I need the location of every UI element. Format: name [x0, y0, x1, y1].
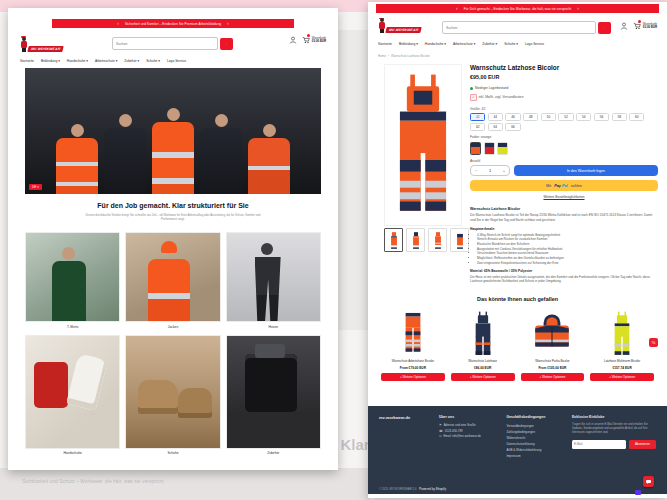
- category-label: T-Shirts: [25, 325, 120, 329]
- category-image: [125, 232, 220, 322]
- paypal-button[interactable]: Mit PayPal zahlen: [470, 180, 658, 191]
- hero-person: [248, 124, 290, 195]
- nav-item[interactable]: Handschuhe ▾: [67, 59, 88, 63]
- product-card-price: €86,00 EUR: [451, 366, 515, 370]
- product-title: Warnschutz Latzhose Bicolor: [470, 64, 658, 71]
- nav-item[interactable]: Startseite: [378, 42, 392, 46]
- size-chip[interactable]: 64: [488, 123, 503, 131]
- newsletter-email-input[interactable]: [572, 440, 626, 449]
- nav-item[interactable]: Handschuhe ▾: [425, 42, 446, 46]
- hero-person: [152, 108, 194, 195]
- search-input[interactable]: [442, 21, 596, 34]
- recommendations-row: Warnschutz Arbeitshose Bicolor From €79,…: [381, 308, 654, 381]
- footer-email[interactable]: ✉ Email: info@mv-workwear.de: [439, 434, 499, 440]
- product-card-arbeitshose[interactable]: Warnschutz Arbeitshose Bicolor From €79,…: [381, 308, 445, 381]
- thumbnail-1[interactable]: [384, 228, 403, 252]
- nav-item[interactable]: Schuhe ▾: [146, 59, 160, 63]
- nav-item[interactable]: Logo Service: [525, 42, 544, 46]
- nav-item[interactable]: Bekleidung ▾: [399, 42, 418, 46]
- add-to-cart-button[interactable]: In den Warenkorb legen: [514, 165, 658, 176]
- more-options-button[interactable]: + Weitere Optionen: [451, 373, 515, 382]
- chevron-left-icon[interactable]: ‹: [117, 21, 119, 26]
- more-options-button[interactable]: + Weitere Optionen: [381, 373, 445, 382]
- size-chip[interactable]: 60: [629, 113, 644, 121]
- more-options-button[interactable]: + Weitere Optionen: [521, 373, 585, 382]
- size-chip[interactable]: 54: [576, 113, 591, 121]
- category-tile-schuhe[interactable]: Schuhe: [125, 335, 220, 456]
- features-label: Hauptmerkmale:: [470, 227, 658, 231]
- latzhose-image: [388, 70, 458, 220]
- size-chip[interactable]: 52: [558, 113, 573, 121]
- size-chip[interactable]: 66: [505, 123, 520, 131]
- search-input[interactable]: [112, 37, 218, 50]
- size-chip[interactable]: 62: [470, 123, 485, 131]
- nav-item[interactable]: Bekleidung ▾: [41, 59, 60, 63]
- size-chip[interactable]: 58: [612, 113, 627, 121]
- size-chip[interactable]: 42: [470, 113, 485, 121]
- brand-logo[interactable]: MV-WORKWEAR: [378, 18, 421, 33]
- header-actions: Warenkorb €0,00 EUR: [620, 22, 657, 30]
- product-card-multinorm[interactable]: % Latzhose Multinorm Bicolor €157,74 EUR…: [590, 308, 654, 381]
- color-swatch[interactable]: [484, 142, 495, 155]
- color-swatch[interactable]: [470, 142, 481, 155]
- search-button[interactable]: [220, 38, 233, 50]
- category-tile-zubehoer[interactable]: Zubehör: [226, 335, 321, 456]
- account-icon[interactable]: [289, 36, 297, 44]
- category-tile-handschuhe[interactable]: Handschuhe: [25, 335, 120, 456]
- main-nav: StartseiteBekleidung ▾Handschuhe ▾Arbeit…: [20, 59, 186, 63]
- chat-widget-button[interactable]: [643, 476, 654, 487]
- more-payment-options-link[interactable]: Weitere Bezahlmöglichkeiten: [470, 195, 658, 199]
- footer-about-title: Über uns: [439, 415, 499, 419]
- product-card-name: Warnschutz Arbeitshose Bicolor: [381, 360, 445, 365]
- size-chip[interactable]: 56: [594, 113, 609, 121]
- thumbnail-3[interactable]: [428, 228, 447, 252]
- color-swatch[interactable]: [497, 142, 508, 155]
- breadcrumb: Home › Warnschutz Latzhose Bicolor: [378, 54, 430, 58]
- nav-item[interactable]: Schuhe ▾: [504, 42, 518, 46]
- footer-link[interactable]: Impressum: [506, 453, 565, 459]
- cart-button[interactable]: Warenkorb €0,00 EUR: [633, 22, 657, 30]
- sale-badge: %: [649, 338, 658, 347]
- chevron-left-icon[interactable]: ‹: [456, 6, 458, 11]
- category-tile-tshirts[interactable]: T-Shirts: [25, 232, 120, 329]
- chevron-right-icon[interactable]: ›: [577, 6, 579, 11]
- size-chip[interactable]: 50: [541, 113, 556, 121]
- account-icon[interactable]: [620, 22, 628, 30]
- size-chip[interactable]: 44: [488, 113, 503, 121]
- brand-logo[interactable]: MV-WORKWEAR: [20, 37, 63, 52]
- chevron-right-icon[interactable]: ›: [227, 21, 229, 26]
- product-card-price: From €105,00 EUR: [521, 366, 585, 370]
- backdrop-faded-line: Sichtbarkeit und Schutz – Workwear, die …: [22, 478, 164, 484]
- increment-icon[interactable]: +: [503, 168, 505, 173]
- subscribe-button[interactable]: Abonnieren: [629, 440, 656, 449]
- shipping-icon: ✓: [470, 94, 477, 101]
- product-card-parka[interactable]: Warnschutz Parka Bicolor From €105,00 EU…: [521, 308, 585, 381]
- size-chip[interactable]: 46: [505, 113, 520, 121]
- nav-item[interactable]: Zubehör ▾: [124, 59, 139, 63]
- tax-text: inkl. MwSt. zzgl. Versandkosten: [479, 95, 524, 99]
- nav-item[interactable]: Zubehör ▾: [482, 42, 497, 46]
- nav-item[interactable]: Arbeitsschutz ▾: [95, 59, 117, 63]
- more-options-button[interactable]: + Weitere Optionen: [590, 373, 654, 382]
- size-chip[interactable]: 48: [523, 113, 538, 121]
- homepage-screenshot: ‹ Sicherheit und Komfort – Entdecken Sie…: [8, 8, 338, 470]
- search-button[interactable]: [598, 22, 611, 34]
- decrement-icon[interactable]: −: [475, 168, 477, 173]
- nav-item[interactable]: Arbeitsschutz ▾: [453, 42, 475, 46]
- cart-icon: [302, 36, 310, 44]
- category-tile-jacken[interactable]: Jacken: [125, 232, 220, 329]
- product-card-latzhose[interactable]: Warnschutz Latzhose €86,00 EUR + Weitere…: [451, 308, 515, 381]
- category-tile-hosen[interactable]: Hosen: [226, 232, 321, 329]
- breadcrumb-home[interactable]: Home: [378, 54, 386, 58]
- nav-item[interactable]: Startseite: [20, 59, 34, 63]
- thumbnail-2[interactable]: [406, 228, 425, 252]
- search-icon: [604, 25, 605, 31]
- language-badge[interactable]: DE ▾: [29, 184, 42, 190]
- cart-button[interactable]: Warenkorb €0,00 EUR: [302, 36, 326, 44]
- category-image: [125, 335, 220, 449]
- footer-brand-column: mv-workwear.de: [379, 415, 432, 485]
- announcement-text: Für Dich gemacht – Entdecken Sie Workwea…: [464, 7, 571, 11]
- paypal-wordmark-pay: Pay: [554, 184, 561, 188]
- product-main-image[interactable]: [384, 64, 462, 226]
- nav-item[interactable]: Logo Service: [167, 59, 186, 63]
